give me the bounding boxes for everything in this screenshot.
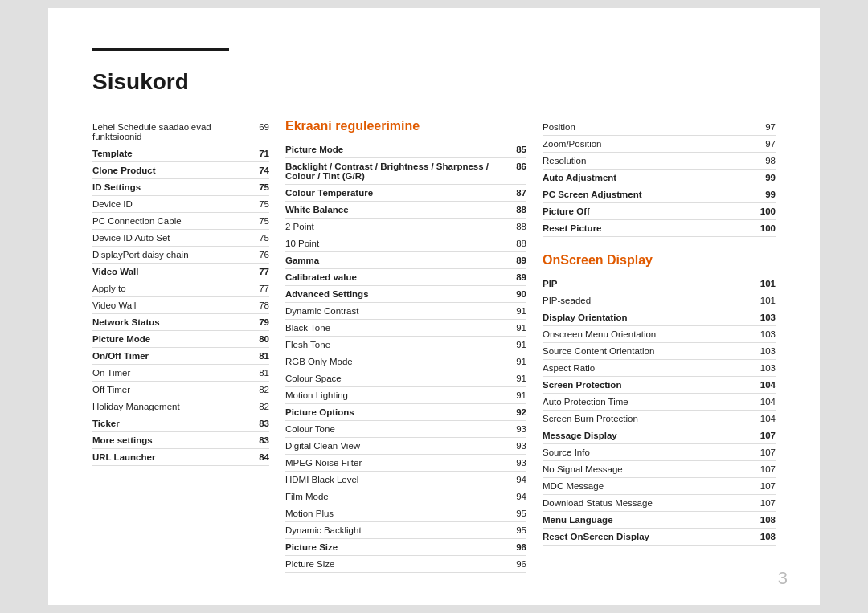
toc-item: More settings83	[92, 432, 269, 449]
toc-num: 107	[760, 498, 776, 508]
toc-item: Colour Tone93	[285, 421, 526, 438]
toc-item: On Timer81	[92, 365, 269, 382]
toc-item: Clone Product74	[92, 162, 269, 179]
toc-item: Picture Off100	[542, 203, 776, 220]
toc-num: 76	[259, 250, 269, 260]
toc-num: 81	[259, 368, 269, 378]
toc-label: Message Display	[542, 431, 754, 440]
toc-label: Picture Size	[285, 542, 510, 552]
toc-item: Black Tone91	[285, 320, 526, 337]
toc-num: 75	[259, 233, 269, 243]
toc-label: Colour Space	[285, 374, 510, 383]
toc-item: Lehel Schedule saadaolevad funktsioonid6…	[92, 119, 269, 145]
toc-num: 81	[259, 351, 269, 361]
toc-label: Auto Adjustment	[542, 173, 759, 182]
mid-column: Ekraani reguleerimine Picture Mode85Back…	[285, 119, 542, 573]
toc-num: 87	[516, 188, 526, 198]
toc-item: Position97	[542, 119, 776, 136]
toc-item: PIP-seaded101	[542, 292, 776, 309]
toc-num: 97	[765, 122, 776, 132]
toc-num: 93	[516, 424, 526, 434]
toc-item: Source Info107	[542, 444, 776, 461]
toc-label: Screen Burn Protection	[542, 414, 754, 423]
toc-label: Reset OnScreen Display	[542, 532, 754, 541]
toc-label: Calibrated value	[285, 272, 510, 282]
toc-label: Position	[542, 122, 759, 132]
toc-item: Gamma89	[285, 252, 526, 269]
toc-item: Resolution98	[542, 153, 776, 170]
toc-label: Colour Tone	[285, 424, 510, 434]
toc-item: Holiday Management82	[92, 398, 269, 415]
toc-num: 89	[516, 255, 526, 265]
toc-label: MPEG Noise Filter	[285, 458, 510, 468]
toc-item: On/Off Timer81	[92, 348, 269, 365]
toc-item: Motion Plus95	[285, 505, 526, 522]
toc-label: ID Settings	[92, 182, 252, 192]
right-section2-header: OnScreen Display	[542, 253, 776, 268]
toc-item: Reset Picture100	[542, 220, 776, 237]
toc-label: Digital Clean View	[285, 441, 510, 451]
toc-num: 104	[760, 380, 776, 390]
toc-num: 82	[259, 385, 269, 394]
title-bar	[92, 48, 229, 51]
toc-num: 92	[516, 407, 526, 417]
toc-label: Advanced Settings	[285, 289, 510, 299]
toc-item: Dynamic Contrast91	[285, 303, 526, 320]
toc-item: No Signal Message107	[542, 461, 776, 478]
toc-num: 107	[760, 431, 776, 440]
toc-item: Zoom/Position97	[542, 136, 776, 153]
toc-item: ID Settings75	[92, 179, 269, 196]
toc-label: Picture Mode	[285, 145, 510, 154]
left-column: Lehel Schedule saadaolevad funktsioonid6…	[92, 119, 285, 573]
toc-num: 90	[516, 289, 526, 299]
toc-label: Aspect Ratio	[542, 363, 754, 373]
toc-num: 96	[516, 542, 526, 552]
toc-label: Picture Off	[542, 206, 754, 216]
toc-item: Calibrated value89	[285, 269, 526, 286]
toc-label: No Signal Message	[542, 464, 754, 474]
toc-num: 74	[259, 166, 269, 175]
toc-label: On/Off Timer	[92, 351, 252, 361]
toc-label: Device ID Auto Set	[92, 233, 252, 243]
toc-item: RGB Only Mode91	[285, 353, 526, 370]
toc-num: 99	[765, 190, 776, 199]
toc-label: Colour Temperature	[285, 188, 510, 198]
page-title: Sisukord	[92, 61, 776, 95]
toc-item: Video Wall77	[92, 264, 269, 280]
toc-num: 94	[516, 475, 526, 484]
toc-item: Picture Options92	[285, 404, 526, 421]
toc-label: Template	[92, 149, 252, 158]
toc-label: MDC Message	[542, 481, 754, 491]
toc-label: Apply to	[92, 284, 252, 293]
toc-label: Picture Options	[285, 407, 510, 417]
toc-num: 93	[516, 458, 526, 468]
toc-label: URL Launcher	[92, 452, 252, 462]
toc-num: 88	[516, 222, 526, 231]
toc-num: 101	[760, 296, 776, 305]
toc-num: 98	[765, 156, 776, 166]
toc-num: 69	[259, 122, 269, 132]
toc-label: Holiday Management	[92, 402, 252, 411]
toc-item: Template71	[92, 145, 269, 162]
toc-label: Download Status Message	[542, 498, 754, 508]
toc-num: 83	[259, 419, 269, 428]
toc-item: Picture Size96	[285, 539, 526, 556]
toc-num: 95	[516, 509, 526, 518]
toc-num: 91	[516, 306, 526, 316]
content-area: Lehel Schedule saadaolevad funktsioonid6…	[92, 119, 776, 573]
toc-item: Message Display107	[542, 427, 776, 444]
toc-num: 77	[259, 284, 269, 293]
toc-item: Download Status Message107	[542, 495, 776, 512]
toc-num: 91	[516, 323, 526, 333]
toc-item: URL Launcher84	[92, 449, 269, 466]
toc-num: 75	[259, 182, 269, 192]
toc-item: Screen Protection104	[542, 377, 776, 394]
toc-label: Dynamic Backlight	[285, 525, 510, 535]
mid-section-header: Ekraani reguleerimine	[285, 119, 526, 133]
toc-item: Aspect Ratio103	[542, 360, 776, 377]
toc-num: 103	[760, 313, 776, 322]
toc-num: 77	[259, 267, 269, 276]
toc-num: 82	[259, 402, 269, 411]
toc-num: 88	[516, 239, 526, 248]
toc-label: Lehel Schedule saadaolevad funktsioonid	[92, 122, 252, 141]
